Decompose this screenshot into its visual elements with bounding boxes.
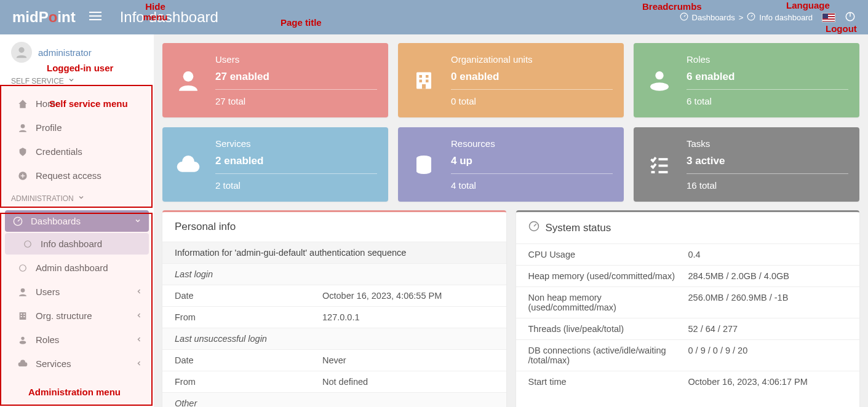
sidebar-item-request-access[interactable]: Request access [0, 164, 154, 188]
svg-point-14 [20, 264, 26, 271]
sidebar-item-label: Info dashboard [41, 239, 102, 249]
sidebar-item-credentials[interactable]: Credentials [0, 140, 154, 164]
card-subvalue: 16 total [687, 174, 848, 191]
card-subvalue: 4 total [451, 174, 613, 191]
logout-button[interactable] [845, 11, 856, 24]
page-title: Info dashboard [120, 9, 218, 26]
hamburger-menu-icon[interactable] [89, 11, 102, 23]
building-icon [17, 311, 28, 321]
chevron-left-icon [135, 286, 143, 297]
building-icon [409, 66, 439, 95]
app-logo[interactable]: midPoint [12, 9, 76, 26]
svg-point-31 [650, 82, 669, 90]
user-icon [17, 123, 28, 133]
row-value: 284.5MB / 2.0GB / 4.0GB [688, 271, 848, 281]
svg-point-8 [21, 124, 25, 128]
sidebar-item-label: Request access [36, 170, 102, 181]
card-value: 27 enabled [215, 71, 377, 90]
sidebar-item-home[interactable]: Home [0, 92, 154, 116]
panel-title-text: System status [546, 222, 611, 234]
svg-rect-19 [21, 316, 22, 317]
sidebar-item-label: Admin dashboard [36, 263, 108, 273]
table-row: DB connections (active/idle/waiting /tot… [516, 339, 860, 371]
chevron-left-icon [135, 310, 143, 321]
svg-point-22 [20, 341, 26, 344]
table-row: Non heap memory (used/committed/max) 256… [516, 286, 860, 318]
table-header: Information for 'admin-gui-default' auth… [162, 242, 506, 263]
row-label: Start time [528, 377, 688, 387]
card-value: 0 enabled [451, 71, 613, 90]
card-value: 6 enabled [687, 71, 848, 90]
panel-title: System status [516, 212, 860, 243]
card-users[interactable]: Users 27 enabled 27 total [162, 43, 388, 117]
row-label: Date [175, 355, 322, 365]
row-label: CPU Usage [528, 250, 688, 259]
sidebar-item-label: Profile [36, 122, 62, 133]
card-subvalue: 27 total [215, 90, 377, 106]
chevron-down-icon [134, 216, 141, 226]
language-selector[interactable] [822, 13, 835, 22]
panel-title: Personal info [162, 212, 506, 242]
sidebar-section-self-service[interactable]: SELF SERVICE [0, 70, 154, 92]
card-services[interactable]: Services 2 enabled 2 total [162, 127, 388, 202]
table-subheader: Last login [162, 263, 506, 285]
card-title: Roles [687, 54, 848, 65]
sidebar-item-label: Users [36, 286, 60, 297]
row-value: October 16, 2023, 4:06:55 PM [322, 291, 494, 301]
card-title: Tasks [687, 138, 848, 149]
svg-rect-18 [23, 314, 25, 315]
sidebar-item-dashboards[interactable]: Dashboards [5, 210, 149, 232]
svg-point-7 [18, 47, 24, 53]
chevron-left-icon [135, 358, 143, 369]
breadcrumb: Dashboards > Info dashboard [680, 12, 813, 23]
card-tasks[interactable]: Tasks 3 active 16 total [634, 127, 859, 202]
table-row: Date Never [162, 349, 506, 371]
table-row: CPU Usage 0.4 [516, 243, 860, 265]
section-label: ADMINISTRATION [11, 194, 74, 203]
breadcrumb-link-dashboards[interactable]: Dashboards [692, 13, 735, 22]
sidebar-item-label: Credentials [36, 146, 82, 157]
row-label: Heap memory (used/committed/max) [528, 271, 688, 281]
sidebar-item-org-structure[interactable]: Org. structure [0, 304, 154, 328]
row-label: Threads (live/peak/total) [528, 324, 688, 334]
sidebar-item-profile[interactable]: Profile [0, 116, 154, 140]
card-resources[interactable]: Resources 4 up 4 total [398, 127, 624, 202]
sidebar-item-label: Org. structure [36, 310, 92, 321]
user-info[interactable]: administrator [0, 34, 154, 70]
svg-rect-25 [420, 75, 423, 78]
roles-icon [17, 335, 28, 345]
card-title: Users [215, 54, 377, 65]
sidebar-item-info-dashboard[interactable]: Info dashboard [5, 233, 149, 255]
circle-icon [17, 264, 28, 272]
svg-rect-20 [23, 316, 25, 317]
sidebar-item-admin-dashboard[interactable]: Admin dashboard [0, 256, 154, 280]
shield-icon [17, 147, 28, 157]
row-value: October 16, 2023, 4:06:17 PM [688, 377, 848, 387]
table-row: Start time October 16, 2023, 4:06:17 PM [516, 371, 860, 392]
sidebar-item-label: Dashboards [31, 216, 81, 226]
sidebar-item-services[interactable]: Services [0, 352, 154, 376]
sidebar-section-administration[interactable]: ADMINISTRATION [0, 188, 154, 209]
sidebar-item-label: Home [36, 98, 60, 109]
svg-point-15 [21, 288, 25, 293]
table-subheader: Last unsuccessful login [162, 328, 506, 349]
row-label: From [175, 377, 322, 387]
row-value: Not defined [322, 377, 494, 387]
table-row: From 127.0.0.1 [162, 306, 506, 328]
panel-system-status: System status CPU Usage 0.4 Heap memory … [516, 210, 860, 407]
svg-rect-26 [426, 75, 429, 78]
sidebar-item-users[interactable]: Users [0, 280, 154, 304]
gauge-icon [528, 221, 540, 235]
sidebar-item-roles[interactable]: Roles [0, 328, 154, 352]
chevron-left-icon [135, 334, 143, 345]
main-content: Users 27 enabled 27 total Organizational… [154, 34, 868, 407]
svg-point-30 [655, 71, 663, 79]
gauge-icon [12, 216, 23, 226]
table-row: Heap memory (used/committed/max) 284.5MB… [516, 265, 860, 286]
chevron-down-icon [68, 76, 75, 85]
card-org-units[interactable]: Organizational units 0 enabled 0 total [398, 43, 624, 117]
card-subvalue: 2 total [215, 174, 377, 191]
card-roles[interactable]: Roles 6 enabled 6 total [634, 43, 859, 117]
card-value: 4 up [451, 155, 613, 174]
user-icon [17, 287, 28, 297]
